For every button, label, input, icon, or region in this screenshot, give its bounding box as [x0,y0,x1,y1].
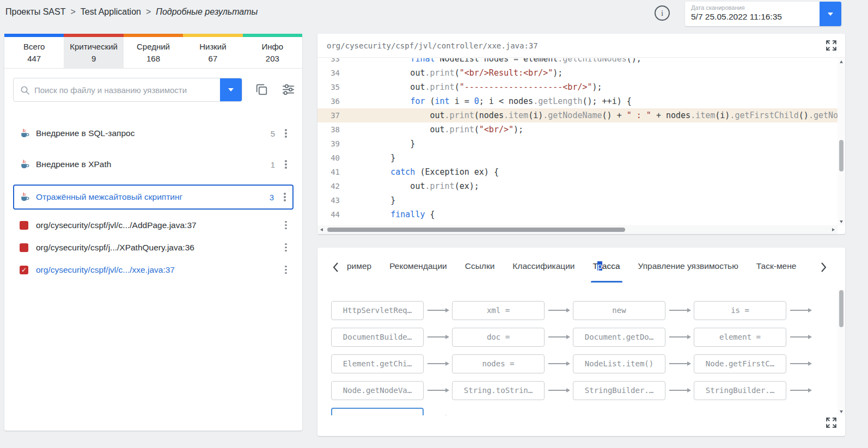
arrow-right-icon [548,363,569,364]
trace-node[interactable]: String.toStrin… [452,381,545,400]
trace-node[interactable]: DocumentBuilde… [331,328,424,347]
code-line: 41 catch (Exception ex) { [317,165,838,179]
filter-settings-button[interactable] [281,82,296,97]
detail-tab[interactable]: ример [347,248,371,283]
code-vertical-scrollbar[interactable] [838,58,845,225]
severity-tab-low[interactable]: Низкий67 [183,34,242,68]
vulnerability-group-item[interactable]: Внедрение в XPath1 [13,154,294,175]
vulnerability-group-item[interactable]: Внедрение в SQL-запрос5 [13,122,294,144]
trace-node[interactable]: Element.getChi… [331,354,424,373]
trace-node[interactable]: xml = [452,301,545,320]
scroll-right-icon[interactable] [832,228,835,231]
fullscreen-icon[interactable] [824,39,838,54]
severity-tab-total[interactable]: Всего447 [4,34,64,68]
search-box[interactable] [13,78,242,102]
trace-node[interactable]: element = [694,328,786,347]
trace-node[interactable]: Node.getNodeVa… [331,381,424,400]
code-text: finally { [351,207,435,222]
line-number: 34 [317,66,351,80]
line-number: 44 [317,207,351,222]
code-line: 33 final NodeList nodes = element.getChi… [317,58,838,66]
search-dropdown-button[interactable] [220,78,242,101]
trace-node[interactable]: Document.getDo… [573,328,665,347]
trace-row [331,407,836,415]
details-vertical-scrollbar[interactable] [838,289,845,415]
trace-node[interactable]: NodeList.item() [573,354,665,373]
breadcrumb-item: Подробные результаты [156,7,258,17]
severity-tab-medium[interactable]: Средний168 [124,34,183,68]
trace-row: Node.getNodeVa…String.toStrin…StringBuil… [331,381,836,400]
code-text: out.print(nodes.item(i).getNodeName() + … [351,108,838,122]
vulnerability-file-item[interactable]: org/cysecurity/cspf/j.../XPathQuery.java… [13,236,294,259]
search-input[interactable] [34,79,217,101]
severity-tab-info[interactable]: Инфо203 [243,34,302,68]
scan-date-picker[interactable]: Дата сканирования 5/7 25.05.2022 11:16:3… [685,2,841,26]
trace-node[interactable]: StringBuilder.… [694,381,786,400]
breadcrumb-item[interactable]: Проекты SAST [5,7,65,17]
trace-node[interactable]: StringBuilder.… [573,381,665,400]
trace-node[interactable] [331,408,424,416]
scroll-up-icon[interactable] [840,60,843,63]
breadcrumb-item[interactable]: Test Application [81,7,141,17]
dropdown-arrow-icon [228,88,234,91]
kebab-menu-icon[interactable] [280,191,289,204]
code-line: 40 } [317,151,838,165]
trace-node[interactable]: new [573,301,665,320]
scroll-down-icon[interactable] [840,220,843,223]
search-row [13,78,296,102]
detail-tab[interactable]: Рекомендации [389,248,447,283]
vulnerability-file-item[interactable]: org/cysecurity/cspf/jvl/c.../AddPage.jav… [13,214,294,236]
fullscreen-icon[interactable] [824,416,838,432]
checkbox-checked-icon: ✓ [20,266,36,274]
scan-date-dropdown-button[interactable] [820,2,841,26]
scroll-down-icon[interactable] [840,410,843,413]
info-icon[interactable]: i [655,5,670,21]
java-icon [20,128,36,139]
kebab-menu-icon[interactable] [282,218,290,232]
kebab-menu-icon[interactable] [282,263,290,277]
trace-node[interactable]: HttpServletReq… [331,301,424,320]
trace-node[interactable]: doc = [452,328,545,347]
scrollbar-thumb[interactable] [839,140,843,171]
arrow-right-icon [790,390,811,391]
trace-node[interactable]: nodes = [452,354,545,373]
check-glyph: ✓ [21,267,27,273]
search-icon [20,85,30,97]
code-lines: 33 final NodeList nodes = element.getChi… [317,58,838,222]
tabs-scroll-left-icon[interactable] [332,262,339,275]
detail-tab[interactable]: Управление уязвимостью [638,248,738,283]
tabs-scroll-right-icon[interactable] [821,262,827,275]
detail-tab[interactable]: Ссылки [465,248,495,283]
list-item-label: org/cysecurity/cspf/jvl/c.../xxe.java:37 [36,265,282,275]
scrollbar-thumb[interactable] [839,290,843,327]
trace-node[interactable]: is = [694,301,786,320]
code-line: 36 for (int i = 0; i < nodes.getLength()… [317,94,838,108]
line-number: 37 [317,108,351,122]
scrollbar-thumb[interactable] [327,228,625,232]
copy-filter-icon [254,90,269,99]
vulnerability-group-item[interactable]: Отражённый межсайтовый скриптинг3 [13,185,294,210]
detail-tab[interactable]: Классификации [512,248,574,283]
code-line: 43 } [317,193,838,207]
line-number: 41 [317,165,351,179]
severity-color-strip [243,34,302,37]
severity-critical-icon [20,221,36,230]
kebab-menu-icon[interactable] [282,127,290,140]
severity-tab-label: Низкий [183,42,242,51]
trace-graph: HttpServletReq…xml =newis =DocumentBuild… [317,291,836,415]
code-text: final NodeList nodes = element.getChildN… [351,58,641,66]
scroll-left-icon[interactable] [320,228,323,231]
detail-tab[interactable]: Трасса [593,248,620,283]
severity-tab-critical[interactable]: Критический9 [64,34,123,68]
kebab-menu-icon[interactable] [282,158,290,171]
code-text: out.print("<br/>Result:<br/>"); [351,66,563,80]
code-text: for (int i = 0; i < nodes.getLength(); +… [351,94,632,108]
code-horizontal-scrollbar[interactable] [317,225,838,234]
red-checkbox-icon[interactable]: ✓ [20,266,28,274]
kebab-menu-icon[interactable] [282,241,290,254]
trace-node[interactable]: Node.getFirstC… [694,354,786,373]
vulnerability-file-item[interactable]: ✓org/cysecurity/cspf/jvl/c.../xxe.java:3… [13,259,294,281]
arrow-right-icon [548,336,569,337]
detail-tab[interactable]: Таск-мене [756,248,797,283]
save-filter-button[interactable] [254,82,269,97]
